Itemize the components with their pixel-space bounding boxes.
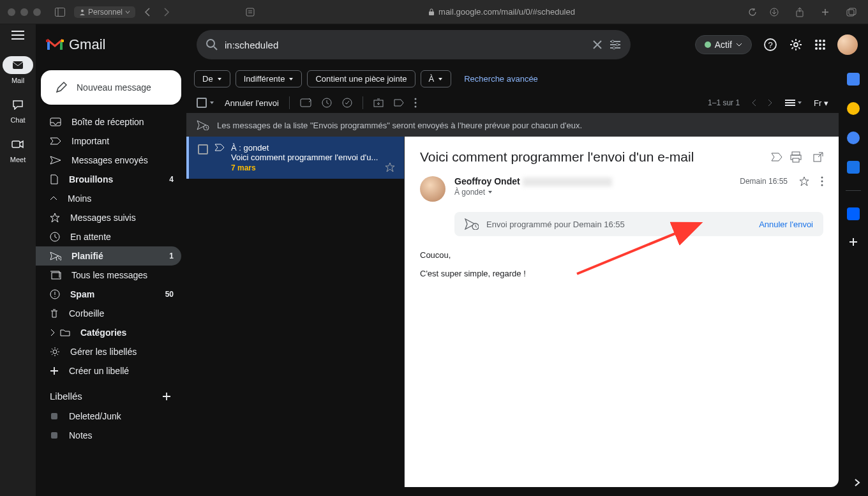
gmail-logo-icon (46, 38, 64, 52)
scheduled-banner: Les messages de la liste "Envois program… (186, 114, 839, 137)
back-button[interactable] (140, 6, 154, 18)
svg-point-34 (819, 47, 821, 50)
compose-button[interactable]: Nouveau message (41, 70, 181, 105)
nav-important[interactable]: Important (36, 132, 181, 151)
keep-addon-icon[interactable] (847, 102, 860, 115)
menu-icon[interactable] (11, 31, 24, 40)
rail-chat[interactable]: Chat (3, 96, 33, 124)
label-notes[interactable]: Notes (36, 426, 181, 445)
tabs-icon[interactable] (842, 6, 860, 19)
next-page-icon[interactable] (768, 99, 773, 107)
select-all[interactable] (197, 98, 214, 108)
nav-inbox[interactable]: Boîte de réception (36, 112, 181, 132)
label-action-icon[interactable] (394, 99, 404, 107)
star-icon[interactable] (385, 162, 395, 172)
allmail-icon (50, 271, 61, 280)
add-label-icon[interactable] (162, 392, 171, 401)
important-marker-icon[interactable] (214, 144, 225, 172)
message-item[interactable]: À : gondet Voici comment programmer l'en… (186, 137, 404, 179)
filter-from[interactable]: De (194, 70, 230, 87)
reload-icon[interactable] (744, 6, 761, 18)
svg-point-30 (815, 43, 818, 46)
input-tools-icon[interactable]: Fr ▾ (814, 98, 828, 108)
important-marker-icon[interactable] (771, 153, 782, 162)
more-icon[interactable] (414, 98, 417, 108)
nav-spam[interactable]: Spam50 (36, 285, 181, 304)
svg-rect-3 (246, 8, 254, 16)
split-toggle-icon[interactable] (784, 99, 802, 107)
nav-scheduled[interactable]: Planifié1 (36, 246, 181, 266)
nav-count: 1 (169, 252, 174, 260)
nav-create-label[interactable]: Créer un libellé (36, 361, 181, 380)
cancel-send-button[interactable]: Annuler l'envoi (225, 98, 279, 108)
svg-point-2 (81, 10, 84, 12)
rail-meet[interactable]: Meet (3, 135, 33, 163)
label-deleted-junk[interactable]: Deleted/Junk (36, 407, 181, 426)
add-addon-icon[interactable] (848, 237, 858, 247)
advanced-search-link[interactable]: Recherche avancée (464, 74, 538, 84)
more-icon[interactable] (821, 176, 823, 186)
close-window[interactable] (8, 8, 15, 16)
forward-button[interactable] (160, 6, 174, 18)
download-icon[interactable] (766, 6, 782, 19)
nav-sent[interactable]: Messages envoyés (36, 151, 181, 170)
move-to-inbox-icon[interactable] (300, 98, 311, 108)
share-icon[interactable] (791, 6, 808, 19)
star-icon[interactable] (799, 176, 809, 186)
reader-icon[interactable] (241, 6, 259, 19)
nav-starred[interactable]: Messages suivis (36, 208, 181, 227)
rail-mail[interactable]: Mail (3, 56, 33, 84)
apps-icon[interactable] (814, 39, 826, 50)
filter-attachment[interactable]: Contient une pièce jointe (307, 70, 415, 87)
svg-point-35 (823, 47, 825, 50)
tasks-addon-icon[interactable] (847, 132, 860, 144)
nav-snoozed[interactable]: En attente (36, 227, 181, 246)
message-checkbox[interactable] (198, 144, 208, 154)
nav-categories[interactable]: Catégories (36, 323, 181, 342)
search-bar[interactable] (197, 30, 631, 59)
status-pill[interactable]: Actif (695, 35, 752, 54)
contacts-addon-icon[interactable] (847, 161, 860, 174)
logo-text: Gmail (69, 36, 105, 53)
minimize-window[interactable] (20, 8, 28, 16)
pagination-text: 1–1 sur 1 (708, 98, 740, 107)
url-bar[interactable]: mail.google.com/mail/u/0/#scheduled (264, 7, 739, 17)
filter-to[interactable]: À (421, 70, 452, 87)
tasks-icon[interactable] (342, 98, 352, 108)
reader-title: Voici comment programmer l'envoi d'un e-… (420, 149, 763, 165)
search-input[interactable] (225, 40, 586, 50)
search-options-icon[interactable] (609, 40, 622, 50)
settings-icon[interactable] (789, 38, 803, 52)
video-icon (11, 140, 24, 149)
account-avatar[interactable] (837, 34, 858, 55)
browser-profile[interactable]: Personnel (74, 6, 135, 18)
nav-manage-labels[interactable]: Gérer les libellés (36, 342, 181, 361)
dropbox-addon-icon[interactable] (847, 207, 860, 220)
move-icon[interactable] (373, 98, 384, 107)
nav-trash[interactable]: Corbeille (36, 304, 181, 323)
sent-icon (50, 156, 61, 165)
recipient-dropdown[interactable]: À gondet (454, 188, 731, 197)
maximize-window[interactable] (33, 8, 41, 16)
sender-avatar[interactable] (420, 176, 445, 202)
nav-drafts[interactable]: Brouillons4 (36, 170, 181, 189)
scheduled-icon (465, 218, 479, 230)
nav-label: Important (71, 136, 109, 146)
snooze-icon[interactable] (322, 98, 332, 108)
prev-page-icon[interactable] (751, 99, 756, 107)
collapse-rail-icon[interactable] (854, 478, 860, 487)
print-icon[interactable] (790, 151, 802, 163)
help-icon[interactable]: ? (763, 38, 777, 52)
filter-date[interactable]: Indifférente (236, 70, 303, 87)
svg-point-59 (821, 177, 823, 179)
new-tab-icon[interactable] (817, 6, 834, 19)
scheduled-text: Envoi programmé pour Demain 16:55 (486, 220, 625, 229)
gmail-logo[interactable]: Gmail (46, 36, 186, 53)
clear-search-icon[interactable] (592, 40, 602, 50)
nav-all[interactable]: Tous les messages (36, 266, 181, 285)
sidebar-toggle-icon[interactable] (51, 6, 69, 18)
nav-less[interactable]: Moins (36, 189, 181, 208)
popout-icon[interactable] (813, 151, 823, 163)
cancel-send-link[interactable]: Annuler l'envoi (759, 220, 813, 229)
calendar-addon-icon[interactable] (847, 73, 860, 86)
